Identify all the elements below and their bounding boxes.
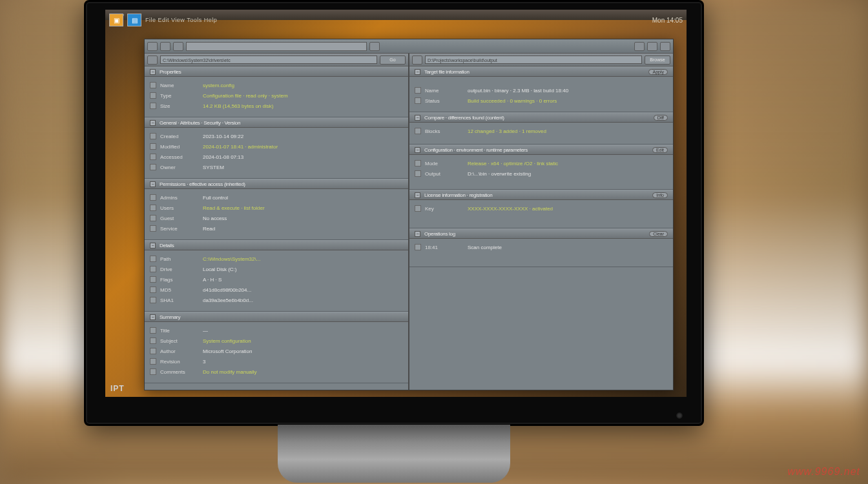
row-value: SYSTEM — [203, 165, 224, 170]
file-icon — [150, 103, 156, 109]
file-icon — [150, 256, 156, 262]
back-button[interactable] — [147, 42, 158, 51]
property-row: Size14.2 KB (14,563 bytes on disk) — [150, 101, 403, 110]
file-icon — [150, 164, 156, 170]
left-section-4: − Summary Title— SubjectSystem configura… — [145, 312, 408, 383]
expand-icon[interactable]: − — [150, 243, 156, 248]
row-value: System configuration — [203, 338, 251, 344]
section-header[interactable]: − Properties — [145, 66, 408, 77]
section-badge-button[interactable]: Diff — [654, 115, 668, 121]
section-title: Permissions · effective access (inherite… — [160, 181, 403, 187]
expand-icon[interactable]: − — [415, 115, 420, 121]
section-header[interactable]: − Summary — [145, 312, 408, 322]
row-value: — — [203, 328, 208, 334]
section-badge-button[interactable]: Apply — [648, 69, 668, 75]
section-header[interactable]: − General · Attributes · Security · Vers… — [145, 117, 408, 128]
row-label: Revision — [160, 359, 199, 365]
right-go-button[interactable]: Browse — [645, 55, 670, 65]
expand-icon[interactable]: − — [415, 192, 420, 198]
monitor-power-led — [676, 412, 683, 419]
right-section-2: − Configuration · environment · runtime … — [409, 145, 673, 190]
right-section-1: − Compare · differences found (content) … — [409, 112, 673, 145]
section-header[interactable]: − Compare · differences found (content) … — [409, 112, 673, 123]
property-row: Nameoutput.bin · binary · 2.3 MB · last … — [415, 86, 668, 95]
file-icon — [150, 143, 156, 150]
close-button[interactable] — [660, 42, 670, 51]
expand-icon[interactable]: − — [150, 181, 156, 187]
row-label: Users — [160, 205, 199, 211]
minimize-button[interactable] — [634, 42, 645, 51]
file-icon — [415, 244, 421, 250]
row-value: Configuration file · read only · system — [203, 93, 288, 99]
section-title: General · Attributes · Security · Versio… — [160, 120, 403, 126]
row-label: Created — [160, 134, 199, 139]
address-bar[interactable] — [186, 42, 367, 51]
row-label: Drive — [160, 267, 199, 272]
expand-icon[interactable]: − — [415, 69, 420, 75]
forward-button[interactable] — [160, 42, 170, 51]
split-panes: C:\Windows\System32\drivers\etc Go − Pro… — [145, 54, 673, 390]
section-badge-button[interactable]: Clear — [649, 231, 668, 237]
expand-icon[interactable]: − — [415, 147, 420, 153]
explorer-icon[interactable]: ▤ — [127, 14, 141, 26]
section-header[interactable]: − Details — [145, 240, 408, 250]
row-label: Path — [160, 256, 199, 262]
row-value: C:\Windows\System32\... — [203, 256, 260, 262]
file-icon — [150, 368, 156, 375]
section-header[interactable]: − License information · registration Inf… — [409, 190, 673, 200]
file-icon — [150, 266, 156, 272]
start-icon[interactable]: ▣ — [109, 14, 123, 26]
expand-icon[interactable]: − — [150, 69, 156, 75]
row-label: Name — [160, 83, 199, 88]
right-pane: D:\Projects\workspace\build\output Brows… — [409, 54, 673, 390]
right-section-4: − Operations log Clear 18:41Scan complet… — [409, 228, 673, 267]
row-value: Scan complete — [468, 245, 502, 250]
row-value: system.config — [203, 83, 234, 88]
section-title: Target file information — [424, 69, 645, 75]
maximize-button[interactable] — [647, 42, 657, 51]
section-header[interactable]: − Operations log Clear — [409, 228, 673, 239]
property-row: Namesystem.config — [150, 81, 403, 90]
expand-icon[interactable]: − — [150, 314, 156, 320]
toolbar — [145, 39, 673, 54]
row-label: Owner — [160, 165, 199, 170]
row-label: Guest — [160, 216, 199, 221]
property-row: 18:41Scan complete — [415, 243, 668, 252]
section-title: Operations log — [424, 231, 645, 237]
file-icon — [150, 205, 156, 211]
row-value: D:\...\bin · overwrite existing — [468, 171, 531, 177]
menu-bar[interactable]: File Edit View Tools Help — [145, 17, 217, 23]
left-nav-icon[interactable] — [147, 55, 158, 65]
section-badge-button[interactable]: Edit — [652, 147, 668, 153]
left-section-2: − Permissions · effective access (inheri… — [145, 179, 408, 240]
section-title: Details — [160, 243, 403, 248]
file-icon — [150, 133, 156, 139]
row-label: Title — [160, 328, 199, 334]
property-row: AuthorMicrosoft Corporation — [150, 347, 403, 356]
section-header[interactable]: − Permissions · effective access (inheri… — [145, 179, 408, 189]
property-row: FlagsA · H · S — [150, 275, 403, 284]
section-badge-button[interactable]: Info — [652, 192, 668, 198]
file-icon — [150, 297, 156, 303]
section-header[interactable]: − Configuration · environment · runtime … — [409, 145, 673, 155]
expand-icon[interactable]: − — [415, 231, 420, 237]
up-button[interactable] — [173, 42, 183, 51]
left-go-button[interactable]: Go — [380, 55, 406, 65]
row-value: 2024-01-08 07:13 — [203, 154, 243, 160]
property-row: SHA1da39a3ee5e6b4b0d... — [150, 296, 403, 305]
monitor-stand — [278, 425, 510, 483]
section-header[interactable]: − Target file information Apply — [409, 66, 673, 77]
property-row: Accessed2024-01-08 07:13 — [150, 152, 403, 161]
section-title: Summary — [160, 314, 403, 320]
row-value: Microsoft Corporation — [203, 348, 252, 354]
right-nav-icon[interactable] — [412, 55, 422, 65]
right-path-field[interactable]: D:\Projects\workspace\build\output — [425, 55, 642, 64]
left-path-field[interactable]: C:\Windows\System32\drivers\etc — [160, 55, 377, 64]
refresh-button[interactable] — [369, 42, 380, 51]
row-value: d41d8cd98f00b204... — [203, 287, 251, 293]
row-value: 3 — [203, 359, 205, 365]
row-label: Type — [160, 93, 199, 99]
property-row: ModeRelease · x64 · optimize /O2 · link … — [415, 159, 668, 168]
row-value: Release · x64 · optimize /O2 · link stat… — [468, 161, 558, 166]
expand-icon[interactable]: − — [150, 120, 156, 126]
